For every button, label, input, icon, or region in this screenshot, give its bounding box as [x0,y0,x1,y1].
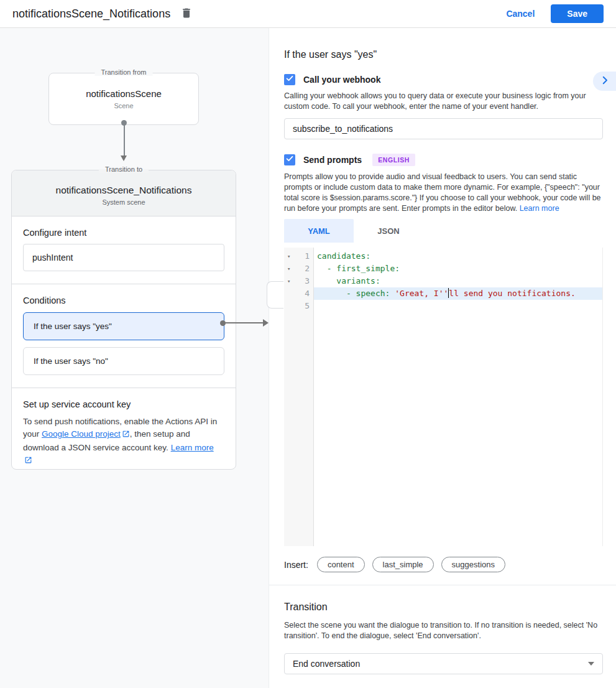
code-line-5: 5 [284,300,602,312]
top-bar: notificationsScene_Notifications Cancel … [0,0,616,28]
fold-arrow-icon[interactable]: ▾ [287,263,290,275]
webhook-description: Calling your webhook allows you to query… [284,91,603,112]
trash-icon [180,7,193,21]
line-number: 4 [284,287,314,300]
webhook-label: Call your webhook [303,75,380,85]
code-line-content: variants: [314,275,602,287]
to-scene-type: System scene [12,198,236,206]
caret-down-icon [588,662,594,666]
line-number: ▾3 [284,275,314,287]
from-scene-type: Scene [49,102,198,109]
to-scene-name: notificationsScene_Notifications [12,170,236,196]
configure-intent-section: Configure intent pushIntent [12,216,236,284]
intent-field[interactable]: pushIntent [23,244,224,271]
conditions-section: Conditions If the user says "yes"If the … [12,284,236,388]
transition-to-node: Transition to notificationsScene_Notific… [11,170,236,470]
language-badge: ENGLISH [372,154,415,166]
delete-scene-button[interactable] [180,7,193,21]
condition-item-0[interactable]: If the user says "yes" [23,312,224,340]
collapse-panel-button[interactable] [593,72,616,91]
prompts-checkbox-row: Send prompts ENGLISH [284,154,603,166]
code-line-content: candidates: [314,250,602,263]
code-line-content: - first_simple: [314,263,602,275]
conditions-list: If the user says "yes"If the user says "… [23,312,224,375]
chevron-right-icon [599,75,610,88]
fold-arrow-icon[interactable]: ▾ [287,250,290,263]
conditions-heading: Conditions [23,295,224,305]
google-cloud-project-link[interactable]: Google Cloud project [42,429,121,439]
prompts-description: Prompts allow you to provide audio and v… [284,172,603,214]
external-link-icon [24,455,32,468]
event-handler-input[interactable] [284,118,603,139]
transition-select-value: End conversation [293,659,360,669]
flow-arrow-down [121,120,127,162]
code-line-2: ▾2 - first_simple: [284,263,602,275]
cancel-button[interactable]: Cancel [506,9,535,19]
transition-from-node[interactable]: Transition from notificationsScene Scene [48,73,199,125]
intent-value: pushIntent [32,253,73,263]
scene-editor-page: notificationsScene_Notifications Cancel … [0,0,616,688]
condition-title: If the user says "yes" [284,28,603,60]
editor-format-tabs: YAMLJSON [284,219,603,243]
configure-intent-heading: Configure intent [23,228,224,238]
line-number: ▾1 [284,250,314,263]
webhook-checkbox[interactable] [284,74,295,85]
flow-diagram-panel: Transition from notificationsScene Scene… [0,28,269,688]
service-account-text: To send push notifications, enable the A… [23,416,224,468]
condition-editor-section: If the user says "yes" Call your webhook… [269,28,616,585]
external-link-icon [122,429,130,442]
transition-from-label: Transition from [95,68,153,76]
insert-label: Insert: [284,560,308,570]
code-line-content [314,300,602,312]
save-button[interactable]: Save [551,4,604,23]
checkmark-icon [285,74,294,85]
service-account-section: Set up service account key To send push … [12,388,236,480]
code-line-4: 4 - speech: 'Great, I''ll send you notif… [284,287,602,300]
condition-item-label: If the user says "no" [34,356,108,366]
code-line-1: ▾1candidates: [284,250,602,263]
transition-select[interactable]: End conversation [284,653,603,674]
condition-connector-arrow [220,319,269,327]
fold-arrow-icon[interactable]: ▾ [287,275,290,287]
code-line-content: - speech: 'Great, I''ll send you notific… [314,287,602,300]
yaml-code-editor[interactable]: ▾1candidates:▾2 - first_simple:▾3 varian… [284,248,603,546]
service-account-heading: Set up service account key [23,399,224,409]
tab-yaml[interactable]: YAML [284,219,354,243]
condition-editor-panel: If the user says "yes" Call your webhook… [269,28,616,688]
panel-connector-notch [267,281,283,309]
prompts-label: Send prompts [303,155,362,165]
insert-suggestions-button[interactable]: suggestions [441,557,505,572]
checkmark-icon [285,154,294,165]
transition-section: Transition Select the scene you want the… [269,585,616,674]
prompts-learn-more-link[interactable]: Learn more [520,204,559,213]
transition-to-label: Transition to [99,165,149,173]
line-number: 5 [284,300,314,312]
webhook-checkbox-row: Call your webhook [284,74,603,85]
page-title: notificationsScene_Notifications [12,7,170,21]
code-line-3: ▾3 variants: [284,275,602,287]
learn-more-link[interactable]: Learn more [171,443,214,452]
scene-node-header[interactable]: notificationsScene_Notifications System … [12,170,236,216]
line-number: ▾2 [284,263,314,275]
condition-item-1[interactable]: If the user says "no" [23,347,224,375]
transition-description: Select the scene you want the dialogue t… [284,620,603,641]
top-bar-actions: Cancel Save [506,4,604,23]
tab-json[interactable]: JSON [354,219,423,243]
insert-content-button[interactable]: content [317,557,365,572]
condition-item-label: If the user says "yes" [34,322,112,331]
code-lines: ▾1candidates:▾2 - first_simple:▾3 varian… [284,248,602,312]
transition-heading: Transition [284,602,603,613]
prompts-checkbox[interactable] [284,154,295,165]
insert-last_simple-button[interactable]: last_simple [372,557,434,572]
insert-row: Insert: contentlast_simplesuggestions [284,557,603,572]
from-scene-name: notificationsScene [49,88,198,99]
